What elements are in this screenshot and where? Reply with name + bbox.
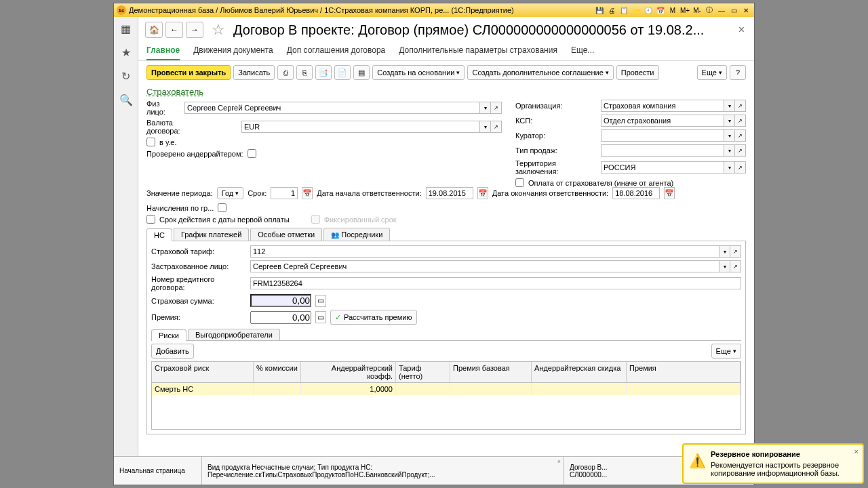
back-button[interactable]: ← — [165, 22, 183, 38]
ksp-input[interactable] — [601, 115, 724, 127]
th-0[interactable]: Страховой риск — [152, 362, 254, 382]
post-and-close-button[interactable]: Провести и закрыть — [146, 65, 231, 80]
th-3[interactable]: Тариф (нетто) — [396, 362, 450, 382]
post-button[interactable]: Провести — [616, 65, 659, 80]
th-5[interactable]: Андеррайтерская скидка — [532, 362, 627, 382]
calendar-icon[interactable]: 📅 — [477, 187, 488, 199]
dropdown-icon[interactable]: ▾ — [724, 161, 735, 174]
calc-premium-button[interactable]: ✓Рассчитать премию — [330, 310, 417, 325]
tb-save-icon[interactable]: 💾 — [594, 5, 605, 15]
create-addon-button[interactable]: Создать дополнительное соглашение — [467, 65, 613, 80]
home-button[interactable]: 🏠 — [145, 22, 163, 38]
star-icon[interactable]: ★ — [121, 46, 131, 59]
favorite-icon[interactable]: ☆ — [212, 21, 225, 39]
apps-icon[interactable]: ▦ — [121, 22, 131, 35]
pay-checkbox[interactable] — [515, 178, 524, 187]
bottom-tab-product[interactable]: × Вид продукта Несчастные случаи; Тип пр… — [202, 457, 564, 485]
more-button[interactable]: Еще — [697, 65, 727, 80]
dropdown-icon[interactable]: ▾ — [724, 129, 735, 142]
tool-icon-2[interactable]: ⎘ — [296, 65, 313, 80]
table-row[interactable]: Смерть НС 1,0000 — [152, 383, 741, 395]
underwriter-checkbox[interactable] — [248, 149, 256, 158]
tab-main-1[interactable]: Движения документа — [193, 43, 273, 60]
forward-button[interactable]: → — [186, 22, 203, 38]
open-icon[interactable]: ↗ — [735, 129, 746, 142]
close-page-button[interactable]: × — [736, 24, 747, 36]
search-icon[interactable]: 🔍 — [119, 94, 133, 106]
sub-tab-1[interactable]: Выгодоприобретатели — [188, 329, 280, 340]
start-date-input[interactable] — [426, 187, 473, 199]
dropdown-icon[interactable]: ▾ — [480, 121, 491, 133]
create-based-button[interactable]: Создать на основании — [372, 65, 465, 80]
period-unit-select[interactable]: Год — [217, 187, 244, 199]
help-button[interactable]: ? — [730, 65, 746, 80]
history-icon[interactable]: ↻ — [121, 70, 130, 83]
tb-history-icon[interactable]: 🕘 — [643, 5, 654, 15]
tool-icon-5[interactable]: ▤ — [353, 65, 370, 80]
credit-input[interactable] — [250, 277, 741, 289]
minimize-icon[interactable]: — — [716, 5, 727, 15]
close-tab-icon[interactable]: × — [557, 458, 561, 465]
accr-checkbox[interactable] — [218, 203, 226, 212]
open-icon[interactable]: ↗ — [735, 100, 746, 112]
territory-input[interactable] — [601, 161, 724, 174]
dropdown-icon[interactable]: ▾ — [724, 115, 735, 127]
tab-main-2[interactable]: Доп соглашения договора — [287, 43, 386, 60]
tb-fav-icon[interactable]: ⭐ — [631, 5, 642, 15]
open-icon[interactable]: ↗ — [735, 115, 746, 127]
open-icon[interactable]: ↗ — [735, 161, 746, 174]
calendar-icon[interactable]: 📅 — [664, 187, 675, 199]
close-icon[interactable]: ✕ — [741, 5, 751, 15]
dropdown-icon[interactable]: ▾ — [480, 102, 491, 114]
tab-main-3[interactable]: Дополнительные параметры страхования — [399, 43, 557, 60]
th-4[interactable]: Премия базовая — [450, 362, 532, 382]
open-icon[interactable]: ↗ — [730, 245, 741, 258]
th-2[interactable]: Андеррайтерский коэфф. — [301, 362, 396, 382]
tb-mplus-icon[interactable]: M+ — [679, 5, 690, 15]
toast-close-button[interactable]: × — [854, 447, 859, 455]
section-title[interactable]: Страхователь — [146, 87, 203, 97]
dropdown-icon[interactable]: ▾ — [719, 245, 730, 258]
calculator-icon[interactable]: ▭ — [315, 311, 326, 323]
calendar-icon[interactable]: 📅 — [302, 187, 313, 199]
currency-input[interactable] — [241, 121, 480, 133]
end-date-input[interactable] — [612, 187, 660, 199]
dropdown-icon[interactable]: ▾ — [724, 100, 735, 112]
calculator-icon[interactable]: ▭ — [315, 295, 326, 307]
th-6[interactable]: Премия — [627, 362, 741, 382]
dropdown-icon[interactable]: ▾ — [724, 144, 735, 157]
open-icon[interactable]: ↗ — [491, 102, 502, 114]
tool-icon-4[interactable]: 📄 — [334, 65, 351, 80]
fromfirst-checkbox[interactable] — [146, 215, 155, 224]
inner-tab-2[interactable]: Особые отметки — [250, 228, 322, 241]
curator-input[interactable] — [601, 129, 724, 142]
tarif-input[interactable] — [250, 245, 719, 258]
maximize-icon[interactable]: ▭ — [728, 5, 739, 15]
inner-tab-3[interactable]: 👥Посредники — [323, 228, 390, 241]
tb-print-icon[interactable]: 🖨 — [606, 5, 617, 15]
dropdown-icon[interactable]: ▾ — [719, 260, 730, 272]
open-icon[interactable]: ↗ — [491, 121, 502, 133]
tool-icon-3[interactable]: 📑 — [315, 65, 332, 80]
open-icon[interactable]: ↗ — [735, 144, 746, 157]
inner-tab-0[interactable]: НС — [146, 228, 172, 241]
tb-m-icon[interactable]: M — [667, 5, 678, 15]
sum-input[interactable] — [250, 294, 311, 307]
fizlico-input[interactable] — [184, 102, 480, 114]
inner-tab-1[interactable]: График платежей — [174, 228, 249, 241]
vue-checkbox[interactable] — [146, 138, 155, 146]
th-1[interactable]: % комиссии — [254, 362, 301, 382]
tb-calc-icon[interactable]: 📅 — [655, 5, 666, 15]
insured-input[interactable] — [250, 260, 719, 272]
write-button[interactable]: Записать — [233, 65, 275, 80]
add-button[interactable]: Добавить — [151, 344, 194, 359]
saletype-input[interactable] — [601, 144, 724, 157]
term-input[interactable] — [271, 187, 298, 199]
bottom-tab-home[interactable]: Начальная страница — [138, 457, 202, 485]
tab-main-0[interactable]: Главное — [146, 43, 180, 60]
tb-mminus-icon[interactable]: M- — [692, 5, 703, 15]
tab-main-4[interactable]: Еще... — [571, 43, 594, 60]
tool-icon-1[interactable]: ⎙ — [277, 65, 294, 80]
tb-info-icon[interactable]: ⓘ — [704, 5, 715, 15]
org-input[interactable] — [601, 100, 724, 112]
